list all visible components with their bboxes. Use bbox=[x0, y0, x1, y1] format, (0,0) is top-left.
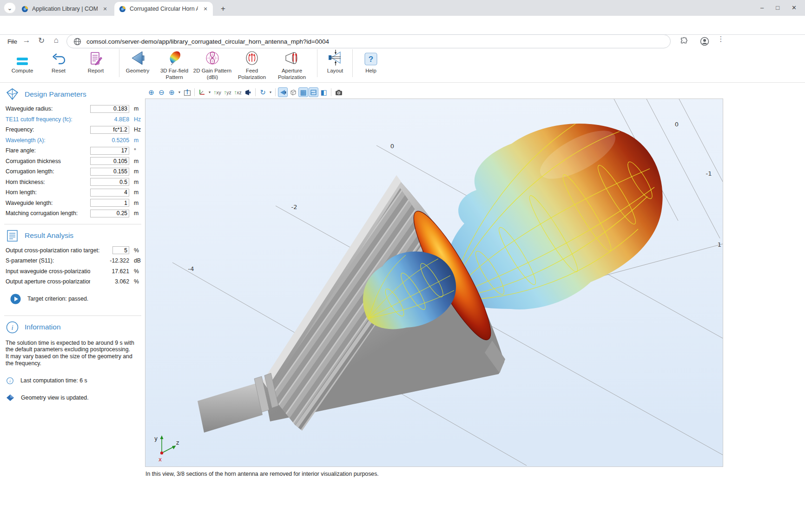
default-view-icon bbox=[198, 89, 205, 96]
param-label: Frequency: bbox=[6, 126, 90, 133]
tab-close-icon[interactable]: ✕ bbox=[101, 5, 109, 13]
new-tab-button[interactable]: + bbox=[218, 3, 229, 14]
horn-thickness-input[interactable] bbox=[90, 178, 129, 186]
geometry-status-row: Geometry view is updated. bbox=[0, 384, 141, 401]
report-label: Report bbox=[88, 68, 104, 74]
zoom-box-button[interactable]: ⊕ bbox=[167, 87, 177, 97]
gain2d-button[interactable]: 2D Gain Pattern (dBi) bbox=[191, 47, 233, 81]
help-button[interactable]: ? Help bbox=[357, 47, 385, 74]
information-icon: i bbox=[6, 321, 19, 334]
x-axis-dot-icon bbox=[160, 452, 163, 454]
zoom-extents-button[interactable] bbox=[182, 87, 192, 97]
tab-search-icon[interactable]: ⌄ bbox=[4, 2, 16, 13]
frequency-input[interactable] bbox=[90, 126, 129, 134]
wavelength-value: 0.5205 bbox=[90, 137, 129, 144]
farfield-label: 3D Far-field Pattern bbox=[155, 68, 193, 81]
scene-appearance-toggle[interactable] bbox=[278, 87, 288, 97]
param-label: Matching corrugation length: bbox=[6, 210, 90, 217]
param-row: Corrugation thickness m bbox=[0, 156, 141, 167]
environment-button[interactable] bbox=[288, 87, 298, 97]
param-label: Corrugation length: bbox=[6, 168, 90, 175]
waveguide-radius-input[interactable] bbox=[90, 105, 129, 113]
scene-light-button[interactable] bbox=[243, 87, 253, 97]
comsol-favicon bbox=[119, 6, 126, 13]
crosspol-target-input[interactable] bbox=[112, 246, 129, 254]
window-maximize-button[interactable]: □ bbox=[776, 4, 779, 11]
param-label: Horn length: bbox=[6, 189, 90, 196]
view-xy-button[interactable]: ↑ xy bbox=[212, 87, 222, 97]
layout-button[interactable]: Layout bbox=[320, 47, 350, 74]
extensions-icon[interactable] bbox=[678, 35, 691, 48]
view-yz-button[interactable]: ↑ yz bbox=[223, 87, 232, 97]
design-parameters-icon bbox=[6, 88, 19, 100]
profile-avatar-icon[interactable] bbox=[698, 35, 711, 48]
rotate-view-button[interactable]: ↻ bbox=[258, 87, 268, 97]
grid-toggle[interactable]: ▦ bbox=[298, 87, 308, 97]
zoom-box-caret-icon[interactable]: ▾ bbox=[177, 90, 182, 94]
reload-icon[interactable]: ↻ bbox=[35, 36, 47, 46]
window-close-button[interactable]: ✕ bbox=[792, 4, 797, 11]
aperture-polarization-label: Aperture Polarization bbox=[272, 68, 311, 81]
compute-button[interactable]: Compute bbox=[5, 47, 40, 74]
geometry-status-icon bbox=[7, 394, 14, 401]
tick-label: -4 bbox=[188, 265, 194, 272]
file-menu[interactable]: File bbox=[6, 37, 19, 46]
default-view-button[interactable] bbox=[197, 87, 207, 97]
graphics-canvas[interactable]: 0 -2 -4 0 -1 1 bbox=[145, 99, 723, 467]
window-minimize-button[interactable]: – bbox=[760, 4, 764, 11]
view-xz-button[interactable]: ↑ xz bbox=[233, 87, 243, 97]
horn-length-input[interactable] bbox=[90, 189, 129, 197]
tab-close-icon[interactable]: ✕ bbox=[202, 5, 209, 13]
graphics-toolbar: ⊕ ⊖ ⊕ ▾ ▾ ↑ xy ↑ yz ↑ xz ↻ ▾ ▦ ◧ bbox=[146, 86, 343, 98]
corrugation-thickness-input[interactable] bbox=[90, 157, 129, 165]
forward-icon[interactable]: → bbox=[20, 36, 33, 45]
aperture-polarization-button[interactable]: Aperture Polarization bbox=[272, 47, 311, 81]
comsol-favicon bbox=[21, 6, 28, 13]
view-caption: In this view, 3/8 sections of the horn a… bbox=[145, 471, 379, 477]
corrugation-length-input[interactable] bbox=[90, 168, 129, 176]
feed-polarization-button[interactable]: Feed Polarization bbox=[232, 47, 271, 81]
ribbon-separator bbox=[352, 49, 353, 77]
contrast-toggle[interactable]: ◧ bbox=[319, 87, 329, 97]
param-label: Horn thickness: bbox=[6, 179, 90, 185]
browser-menu-icon[interactable]: ⋮ bbox=[715, 35, 727, 43]
design-parameters-header: Design Parameters bbox=[0, 83, 141, 104]
target-criterion-row: Target criterion: passed. bbox=[0, 287, 141, 304]
output-crosspol-value: 3.062 bbox=[90, 278, 129, 285]
matching-corrugation-length-input[interactable] bbox=[90, 210, 129, 217]
browser-tab-inactive[interactable]: Application Library | COMSOL S ✕ bbox=[17, 2, 112, 16]
reset-button[interactable]: Reset bbox=[41, 47, 76, 74]
result-analysis-header: Result Analysis bbox=[0, 224, 141, 245]
home-icon[interactable]: ⌂ bbox=[50, 36, 62, 45]
param-row: Waveguide length: m bbox=[0, 198, 141, 209]
camera-icon bbox=[335, 89, 343, 96]
browser-tab-active[interactable]: Corrugated Circular Horn Anten ✕ bbox=[114, 2, 213, 16]
result-unit: dB bbox=[129, 257, 141, 264]
waveguide-length-input[interactable] bbox=[90, 199, 129, 207]
snapshot-button[interactable] bbox=[334, 87, 343, 97]
aperture-polarization-icon bbox=[284, 47, 300, 66]
site-info-icon[interactable] bbox=[73, 38, 81, 46]
gain2d-label: 2D Gain Pattern (dBi) bbox=[191, 68, 233, 81]
tick-label: -2 bbox=[291, 204, 297, 210]
report-button[interactable]: Report bbox=[77, 47, 114, 74]
layout-label: Layout bbox=[327, 68, 343, 74]
zoom-in-button[interactable]: ⊕ bbox=[146, 87, 156, 97]
info-small-icon: i bbox=[7, 377, 13, 384]
input-crosspol-value: 17.621 bbox=[90, 268, 129, 275]
default-view-caret-icon[interactable]: ▾ bbox=[207, 90, 212, 94]
design-parameters-title: Design Parameters bbox=[25, 90, 86, 99]
box-3d-icon bbox=[290, 89, 297, 96]
farfield-button[interactable]: 3D Far-field Pattern bbox=[155, 47, 193, 81]
report-icon bbox=[88, 47, 103, 66]
help-icon: ? bbox=[364, 47, 378, 66]
toolbar-separator bbox=[255, 88, 256, 96]
rotate-view-caret-icon[interactable]: ▾ bbox=[268, 90, 273, 94]
param-label: Waveguide length: bbox=[6, 200, 90, 206]
perspective-toggle[interactable] bbox=[309, 87, 318, 97]
zoom-extents-icon bbox=[184, 89, 191, 96]
view-xy-label: xy bbox=[216, 90, 221, 95]
zoom-out-button[interactable]: ⊖ bbox=[157, 87, 166, 97]
flare-angle-input[interactable] bbox=[90, 147, 129, 155]
geometry-button[interactable]: Geometry bbox=[121, 47, 154, 74]
